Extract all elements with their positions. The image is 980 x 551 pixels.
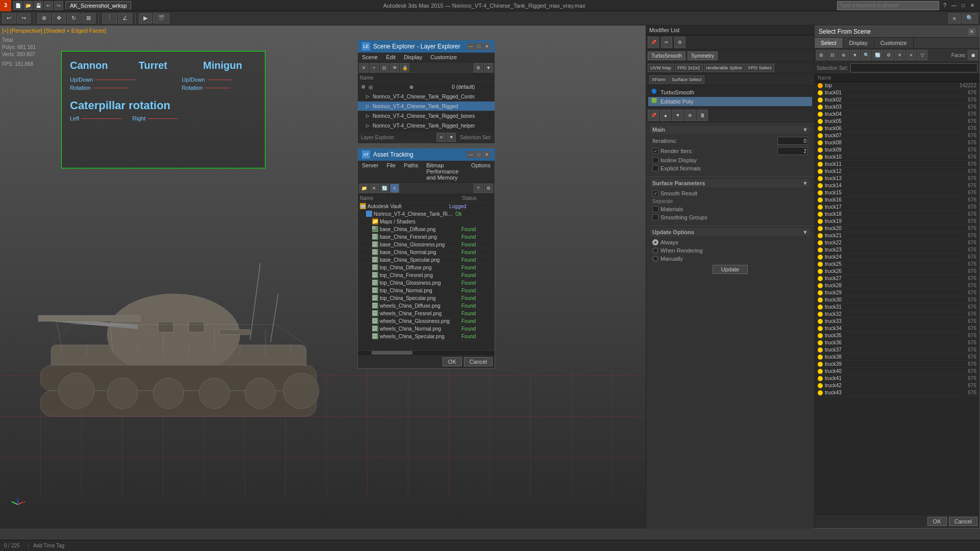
asset-top-normal[interactable]: 🖼 top_China_Normal.png Found (358, 287, 495, 294)
scene-item-truck28[interactable]: truck28 676 (815, 282, 979, 289)
asset-cancel-btn[interactable]: Cancel (464, 357, 493, 366)
surface-select-btn[interactable]: Surface Select (669, 76, 704, 84)
layer-item-rigged[interactable]: ▷ Norinco_VT-4_Chinese_Tank_Rigged (358, 102, 495, 111)
layer-settings-btn[interactable]: ⚙ (474, 63, 483, 72)
stack-item-editable-poly[interactable]: 🟩 Editable Poly (648, 97, 812, 106)
select-faces-btn[interactable]: ◼ (968, 50, 978, 60)
layer-footer-btn1[interactable]: ≡ (436, 133, 446, 142)
when-rendering-radio[interactable] (652, 247, 658, 254)
toolbar-snap[interactable]: ⋮ (102, 13, 117, 23)
asset-wheels-diffuse[interactable]: 🖼 wheels_China_Diffuse.png Found (358, 302, 495, 310)
scene-item-truck21[interactable]: truck21 676 (815, 232, 979, 239)
toolbar-render[interactable]: ▶ (139, 13, 152, 23)
isoline-checkbox[interactable] (652, 157, 658, 163)
toolbar-render-setup[interactable]: 🎬 (153, 13, 169, 23)
xform-btn[interactable]: XForm (649, 76, 668, 84)
select-more-btn[interactable]: ≡ (906, 50, 916, 60)
scene-item-truck20[interactable]: truck20 676 (815, 225, 979, 232)
toolbar-move[interactable]: ✥ (52, 13, 66, 23)
make-unique-btn[interactable]: ⊕ (684, 110, 696, 121)
asset-base-specular[interactable]: 🖼 base_China_Specular.png Found (358, 256, 495, 264)
scene-item-truck05[interactable]: truck05 676 (815, 118, 979, 125)
toolbar-layer-manager[interactable]: ≡ (948, 13, 961, 23)
move-down-btn[interactable]: ▼ (672, 110, 683, 121)
manually-radio[interactable] (652, 256, 658, 262)
scene-item-truck22[interactable]: truck22 676 (815, 239, 979, 246)
close-btn[interactable]: ✕ (969, 2, 976, 9)
scene-item-truck33[interactable]: truck33 676 (815, 318, 979, 325)
asset-menu-paths[interactable]: Paths (400, 161, 422, 182)
select-none-btn[interactable]: ⊟ (827, 50, 838, 60)
scene-item-truck07[interactable]: truck07 676 (815, 132, 979, 139)
select-cancel-btn[interactable]: Cancel (949, 517, 977, 526)
renderable-spline-btn[interactable]: renderable Spline (704, 64, 745, 72)
workspace-tab[interactable]: AK_Screenshot_wrksp (65, 1, 131, 10)
symmetry-tab-btn[interactable]: Symmetry (688, 52, 718, 60)
open-btn[interactable]: 📂 (23, 1, 33, 10)
scene-item-truck40[interactable]: truck40 676 (815, 368, 979, 375)
asset-wheels-glossiness[interactable]: 🖼 wheels_China_Glossiness.png Found (358, 317, 495, 325)
layer-item-bones[interactable]: ▷ Norinco_VT-4_Chinese_Tank_Rigged_bones (358, 111, 495, 121)
layer-vis-btn[interactable]: 👁 (390, 63, 399, 72)
layer-item-default[interactable]: ⊞ ◎ ⊕ 0 (default) (358, 82, 495, 92)
layer-item-helpers[interactable]: ▷ Norinco_VT-4_Chinese_Tank_Rigged_helpe… (358, 121, 495, 131)
asset-settings-btn[interactable]: ⚙ (484, 184, 493, 193)
toolbar-undo[interactable]: ↩ (2, 13, 16, 23)
asset-btn1[interactable]: 📁 (359, 184, 369, 193)
materials-checkbox[interactable] (652, 206, 658, 212)
layer-menu-edit[interactable]: Edit (382, 53, 400, 62)
scene-object-list[interactable]: top 142222 truck01 676 truck02 676 truck… (815, 82, 979, 514)
pin-stack-btn[interactable]: 📌 (648, 110, 659, 121)
asset-base-diffuse[interactable]: 🖼 base_China_Diffuse.png Found (358, 226, 495, 233)
scene-item-truck38[interactable]: truck38 676 (815, 354, 979, 361)
asset-base-fresnel[interactable]: 🖼 base_China_Fresnel.png Found (358, 233, 495, 241)
toolbar-rotate[interactable]: ↻ (67, 13, 81, 23)
asset-wheels-fresnel[interactable]: 🖼 wheels_China_Fresnel.png Found (358, 310, 495, 317)
asset-scrollbar[interactable] (358, 350, 495, 355)
layer-menu-scene[interactable]: Scene (358, 53, 382, 62)
stack-item-turbosmooth2[interactable]: 🔵 TurboSmooth (648, 88, 812, 97)
asset-btn2[interactable]: ✕ (370, 184, 379, 193)
scene-item-truck27[interactable]: truck27 676 (815, 275, 979, 282)
asset-ok-btn[interactable]: OK (443, 357, 462, 366)
scene-item-truck24[interactable]: truck24 676 (815, 254, 979, 261)
asset-wheels-specular[interactable]: 🖼 wheels_China_Specular.png Found (358, 333, 495, 340)
main-param-title[interactable]: Main ▼ (650, 126, 810, 134)
select-close-x-btn[interactable]: ✕ (895, 50, 905, 60)
select-options-btn[interactable]: ⚙ (884, 50, 894, 60)
scene-item-truck04[interactable]: truck04 676 (815, 111, 979, 118)
scene-item-top[interactable]: top 142222 (815, 82, 979, 89)
select-tab-customize[interactable]: Customize (874, 38, 914, 48)
layer-menu-display[interactable]: Display (400, 53, 426, 62)
scene-item-truck35[interactable]: truck35 676 (815, 332, 979, 339)
scene-item-truck06[interactable]: truck06 676 (815, 125, 979, 132)
move-up-btn[interactable]: ▲ (660, 110, 671, 121)
toolbar-angle-snap[interactable]: ∠ (118, 13, 132, 23)
scene-item-truck34[interactable]: truck34 676 (815, 325, 979, 332)
asset-btn3[interactable]: 🔄 (380, 184, 389, 193)
surface-params-title[interactable]: Surface Parameters ▼ (650, 179, 810, 187)
select-tab-select[interactable]: Select (815, 38, 843, 48)
scene-item-truck19[interactable]: truck19 676 (815, 218, 979, 225)
save-btn[interactable]: 💾 (34, 1, 43, 10)
asset-close[interactable]: ✕ (483, 151, 491, 158)
undo-btn[interactable]: ↩ (44, 1, 53, 10)
asset-top-specular[interactable]: 🖼 top_China_Specular.png Found (358, 294, 495, 302)
scene-item-truck02[interactable]: truck02 676 (815, 96, 979, 104)
asset-menu-server[interactable]: Server (358, 161, 382, 182)
turbosmooth-tab-btn[interactable]: TurboSmooth (648, 52, 685, 60)
toolbar-redo[interactable]: ↪ (17, 13, 31, 23)
scene-item-truck13[interactable]: truck13 676 (815, 175, 979, 182)
layer-item-controllers[interactable]: ▷ Norinco_VT-4_Chinese_Tank_Rigged_Contr… (358, 92, 495, 102)
select-sync-btn[interactable]: 🔄 (872, 50, 883, 60)
mod-edit-btn[interactable]: ✏ (661, 37, 672, 48)
select-all-btn[interactable]: ⊞ (816, 50, 826, 60)
scene-item-truck18[interactable]: truck18 676 (815, 211, 979, 218)
keyword-search-input[interactable] (837, 1, 939, 10)
render-iters-checkbox[interactable] (652, 148, 658, 154)
layer-del-btn[interactable]: ⊟ (380, 63, 389, 72)
minimize-btn[interactable]: — (950, 2, 958, 9)
toolbar-scene-explorer[interactable]: 🔍 (962, 13, 978, 23)
explicit-checkbox[interactable] (652, 165, 658, 171)
toolbar-scale[interactable]: ⊠ (82, 13, 95, 23)
